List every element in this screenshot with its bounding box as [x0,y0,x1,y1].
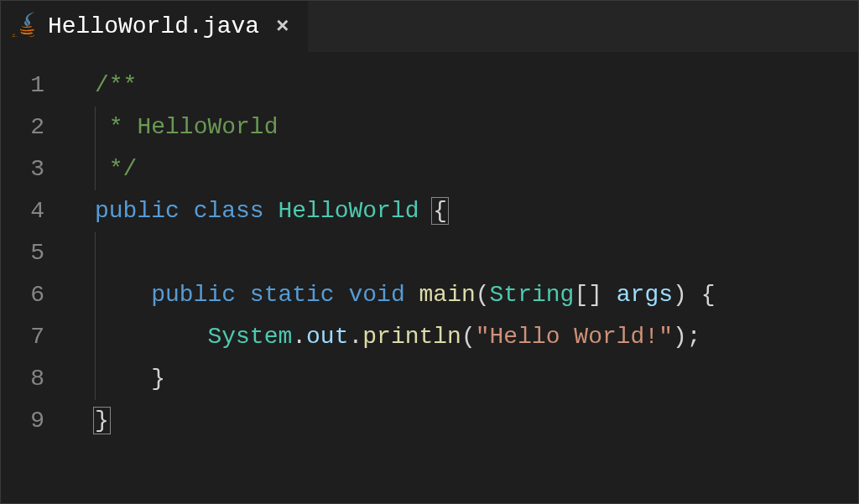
code-line: public class HelloWorld { [95,190,858,232]
line-number: 8 [1,358,44,400]
java-icon [13,12,38,41]
line-number: 2 [1,107,44,148]
line-number: 3 [1,148,44,190]
tab-bar: HelloWorld.java × [1,1,858,53]
code-line: */ [95,148,858,190]
bracket-match: } [93,407,111,434]
line-number-gutter: 1 2 3 4 5 6 7 8 9 [1,65,68,442]
bracket-match: { [431,197,449,225]
line-number: 5 [1,232,44,274]
tab-filename-label: HelloWorld.java [48,13,259,39]
close-icon[interactable]: × [276,14,289,39]
tab-helloworld[interactable]: HelloWorld.java × [1,1,309,52]
line-number: 6 [1,274,44,316]
line-number: 1 [1,65,44,107]
code-line [95,232,858,274]
code-line: * HelloWorld [95,107,858,148]
code-editor[interactable]: 1 2 3 4 5 6 7 8 9 /** * HelloWorld */ pu… [1,53,858,442]
line-number: 7 [1,316,44,358]
line-number: 4 [1,190,44,232]
code-line: /** [95,65,858,107]
line-number: 9 [1,400,44,442]
code-line: } [95,358,858,400]
code-area[interactable]: /** * HelloWorld */ public class HelloWo… [68,65,858,442]
code-line: System.out.println("Hello World!"); [95,316,858,358]
code-line: public static void main(String[] args) { [95,274,858,316]
code-line: } [95,400,858,442]
